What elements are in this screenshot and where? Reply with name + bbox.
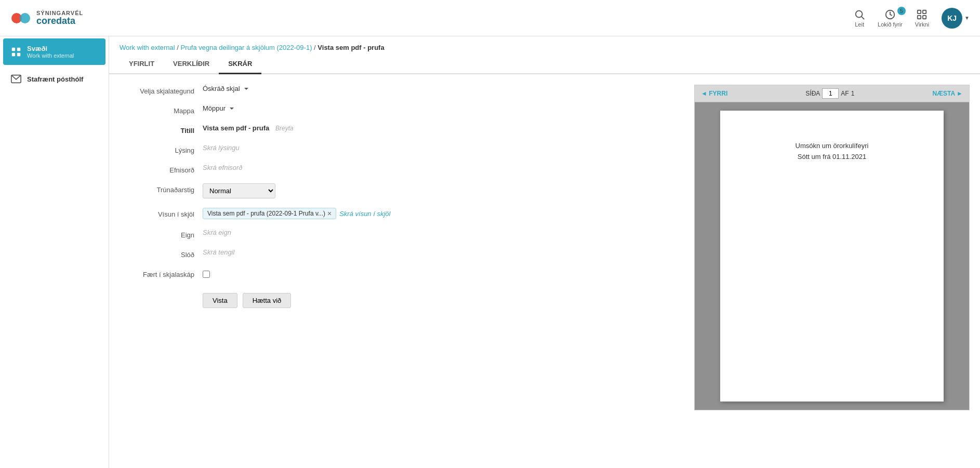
user-menu[interactable]: KJ ▼ <box>942 8 970 29</box>
form-row-titill: Titill Vista sem pdf - prufa Breyta <box>120 124 684 135</box>
pdf-page: Umsókn um örorkulífeyri Sótt um frá 01.1… <box>720 111 944 402</box>
eign-placeholder[interactable]: Skrá eign <box>203 226 231 236</box>
svg-rect-8 <box>923 15 926 18</box>
breadcrumb-link-2[interactable]: Prufa vegna deilingar á skjölum (2022-09… <box>181 44 312 51</box>
clock-icon <box>884 9 896 20</box>
trunadarstig-select[interactable]: Normal Confidential Restricted <box>203 183 275 198</box>
form-row-mappa: Mappa Möppur <box>120 104 684 115</box>
form-row-faert: Fært í skjalaskáp <box>120 268 684 279</box>
virkni-action[interactable]: Virkni <box>915 9 929 28</box>
visun-add-link[interactable]: Skrá vísun í skjöl <box>339 210 390 218</box>
breadcrumb: Work with external / Prufa vegna deiling… <box>109 36 980 55</box>
pdf-content: Umsókn um örorkulífeyri Sótt um frá 01.1… <box>796 142 869 164</box>
svg-rect-9 <box>12 47 15 50</box>
title-edit-link[interactable]: Breyta <box>275 125 294 132</box>
chevron-down-icon <box>243 86 249 92</box>
pdf-line1: Umsókn um örorkulífeyri <box>796 142 869 150</box>
svg-rect-6 <box>923 10 926 13</box>
svg-line-3 <box>862 17 864 19</box>
button-group: Vista Hætta við <box>203 293 684 308</box>
label-faert: Fært í skjalaskáp <box>120 268 203 278</box>
control-lysing: Skrá lýsingu <box>203 144 684 152</box>
control-efnisord: Skrá efnisorð <box>203 164 684 171</box>
label-eign: Eign <box>120 229 203 239</box>
control-mappa: Möppur <box>203 104 684 112</box>
logo-text: SÝNINGARVÉL coredata <box>36 10 83 26</box>
logo-icon <box>10 8 31 29</box>
pdf-toolbar: ◄ FYRRI SÍÐA AF 1 NÆSTA ► <box>695 85 969 102</box>
dropdown-mappa[interactable]: Möppur <box>203 104 235 112</box>
control-visun: Vista sem pdf - prufa (2022-09-1 Prufa v… <box>203 208 684 219</box>
form-row-trunadarstig: Trúnaðarstig Normal Confidential Restric… <box>120 183 684 198</box>
label-efnisord: Efnisorð <box>120 164 203 174</box>
sidebar-item-svaedi[interactable]: Svæði Work with external <box>3 38 105 65</box>
sidebar: Svæði Work with external Stafrænt pósthó… <box>0 36 109 468</box>
avatar: KJ <box>942 8 962 29</box>
label-titill: Titill <box>120 124 203 135</box>
visun-tag: Vista sem pdf - prufa (2022-09-1 Prufa v… <box>203 208 336 219</box>
chevron-down-icon <box>229 105 235 112</box>
slod-placeholder[interactable]: Skrá tengil <box>203 246 234 256</box>
chevron-down-icon: ▼ <box>964 15 970 21</box>
form-row-visun: Vísun í skjöl Vista sem pdf - prufa (202… <box>120 208 684 219</box>
visun-tag-remove[interactable]: × <box>327 210 332 217</box>
sidebar-item-svaedi-text: Svæði Work with external <box>27 45 74 59</box>
form-row-buttons: Vista Hætta við <box>120 289 684 308</box>
svg-point-1 <box>20 13 30 23</box>
logo: SÝNINGARVÉL coredata <box>10 8 83 29</box>
efnisord-placeholder[interactable]: Skrá efnisorð <box>203 161 243 171</box>
form-buttons: Vista Hætta við <box>203 289 684 308</box>
label-slod: Slóð <box>120 248 203 259</box>
form-area: Velja skjalategund Óskráð skjal Mappa <box>109 74 980 421</box>
visun-tag-text: Vista sem pdf - prufa (2022-09-1 Prufa v… <box>207 210 325 217</box>
cancel-button[interactable]: Hætta við <box>243 293 292 308</box>
save-button[interactable]: Vista <box>203 293 237 308</box>
tab-verklidir[interactable]: VERKLÍÐIR <box>164 55 219 74</box>
breadcrumb-current: Vista sem pdf - prufa <box>317 44 384 51</box>
svg-rect-11 <box>12 52 15 56</box>
tabs: YFIRLIT VERKLÍÐIR SKRÁR <box>109 55 980 74</box>
search-action[interactable]: Leit <box>854 9 865 28</box>
faert-checkbox[interactable] <box>203 271 210 278</box>
notifications-action[interactable]: 5 Lokið fyrir <box>878 9 903 28</box>
control-trunadarstig: Normal Confidential Restricted <box>203 183 684 198</box>
pdf-page-info: SÍÐA AF 1 <box>805 88 854 99</box>
lysing-placeholder[interactable]: Skrá lýsingu <box>203 141 240 152</box>
label-lysing: Lýsing <box>120 144 203 154</box>
form-row-slod: Slóð Skrá tengil <box>120 248 684 259</box>
pdf-prev-button[interactable]: ◄ FYRRI <box>701 90 727 97</box>
pdf-preview: ◄ FYRRI SÍÐA AF 1 NÆSTA ► Umsókn um öro <box>694 85 970 410</box>
pdf-line2: Sótt um frá 01.11.2021 <box>796 153 869 161</box>
svg-rect-12 <box>17 52 20 56</box>
form-left: Velja skjalategund Óskráð skjal Mappa <box>120 85 684 410</box>
form-row-skjalategund: Velja skjalategund Óskráð skjal <box>120 85 684 95</box>
grid-icon <box>10 46 22 58</box>
dropdown-skjalategund[interactable]: Óskráð skjal <box>203 85 249 92</box>
notification-badge: 5 <box>897 7 906 15</box>
control-skjalategund: Óskráð skjal <box>203 85 684 92</box>
label-trunadarstig: Trúnaðarstig <box>120 183 203 194</box>
main-content: Work with external / Prufa vegna deiling… <box>109 36 980 468</box>
svg-rect-5 <box>918 10 921 13</box>
pdf-body: Umsókn um örorkulífeyri Sótt um frá 01.1… <box>695 102 969 410</box>
form-row-efnisord: Efnisorð Skrá efnisorð <box>120 164 684 174</box>
tab-yfirlit[interactable]: YFIRLIT <box>120 55 164 74</box>
sidebar-item-postholf-text: Stafrænt pósthólf <box>27 75 83 83</box>
search-icon <box>854 9 865 20</box>
control-slod: Skrá tengil <box>203 248 684 256</box>
svg-rect-7 <box>918 15 921 18</box>
form-row-eign: Eign Skrá eign <box>120 229 684 239</box>
sidebar-item-postholf[interactable]: Stafrænt pósthólf <box>3 67 105 91</box>
control-titill: Vista sem pdf - prufa Breyta <box>203 124 684 132</box>
mail-icon <box>10 73 22 85</box>
tab-skrar[interactable]: SKRÁR <box>219 55 261 74</box>
label-skjalategund: Velja skjalategund <box>120 85 203 95</box>
label-visun: Vísun í skjöl <box>120 208 203 218</box>
pdf-page-input[interactable] <box>822 88 839 99</box>
label-mappa: Mappa <box>120 104 203 115</box>
virkni-icon <box>916 9 928 20</box>
pdf-next-button[interactable]: NÆSTA ► <box>932 90 963 97</box>
control-eign: Skrá eign <box>203 229 684 236</box>
breadcrumb-link-1[interactable]: Work with external <box>120 44 175 51</box>
svg-point-2 <box>856 10 863 17</box>
